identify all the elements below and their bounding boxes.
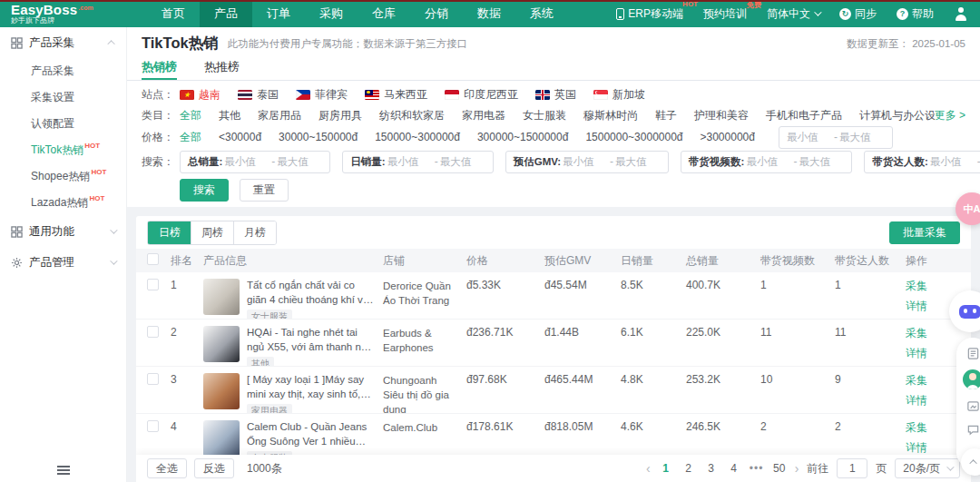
collapse-sidebar-icon[interactable] (57, 466, 70, 475)
price-min-input[interactable] (787, 132, 832, 143)
tab[interactable]: 热销榜 (142, 55, 177, 80)
site-option[interactable]: 印度尼西亚 (445, 87, 518, 103)
price-option[interactable]: 30000~150000đ (279, 131, 358, 143)
select-all-button[interactable]: 全选 (147, 458, 187, 478)
page-number[interactable]: 2 (681, 462, 696, 475)
site-option[interactable]: 泰国 (238, 87, 279, 103)
feedback-chat-icon[interactable] (965, 422, 980, 437)
product-title[interactable]: HQAi - Tai nghe nhét tai ngủ X55, với âm… (247, 326, 376, 354)
price-option[interactable]: 1500000~3000000đ (585, 131, 682, 143)
nav-item[interactable]: 数据 (463, 0, 515, 27)
logo[interactable]: EasyBoss.com 妙手旗下品牌 (0, 3, 136, 25)
price-option[interactable]: 150000~300000đ (375, 131, 460, 143)
sidebar-item[interactable]: TikTok热销 HOT (0, 137, 126, 163)
nav-item[interactable]: 首页 (147, 0, 200, 27)
category-option[interactable]: 鞋子 (655, 108, 677, 123)
nav-item[interactable]: 分销 (410, 0, 463, 27)
sort-option[interactable]: 预估GMV (269, 206, 315, 208)
shop-name[interactable]: Chungoanh Siêu thị đồ gia dụng (383, 373, 466, 414)
product-title[interactable]: Tất cổ ngắn chất vải co giãn 4 chiều tho… (247, 279, 376, 307)
sort-option[interactable]: 总销量 (332, 206, 365, 208)
sort-option[interactable]: 日销量 (180, 206, 212, 208)
row-checkbox[interactable] (147, 373, 159, 385)
shop-name[interactable]: Calem.Club (383, 420, 466, 435)
category-option[interactable]: 家用电器 (462, 108, 505, 123)
category-option[interactable]: 全部 (180, 108, 201, 123)
nav-item[interactable]: 采购 (305, 0, 358, 27)
page-number[interactable]: 3 (704, 462, 719, 475)
nav-item[interactable]: 订单 (252, 0, 305, 27)
min-input[interactable] (224, 156, 270, 167)
product-title[interactable]: Calem Club - Quần Jeans Ống Suông Ver 1 … (247, 420, 376, 448)
help-button[interactable]: ? 帮助 (897, 6, 934, 22)
row-checkbox[interactable] (147, 326, 159, 338)
page-number[interactable]: 4 (727, 462, 741, 475)
min-input[interactable] (746, 156, 791, 167)
sidebar-group-product-collect[interactable]: 产品采集 (0, 27, 126, 58)
rank-period-tab[interactable]: 周榜 (191, 221, 233, 244)
site-option[interactable]: 英国 (535, 87, 576, 103)
product-title[interactable]: [ Máy xay loại 1 ]Máy say mini xay thịt,… (247, 373, 376, 401)
sidebar-item[interactable]: Shopee热销 HOT (0, 163, 126, 190)
max-input[interactable] (277, 156, 322, 167)
price-option[interactable]: >3000000đ (701, 131, 755, 143)
product-image[interactable] (203, 326, 240, 362)
product-image[interactable] (203, 420, 240, 457)
sidebar-group-product-manage[interactable]: 产品管理 (0, 247, 126, 278)
form-icon[interactable] (965, 346, 980, 360)
collect-link[interactable]: 采集 (906, 279, 960, 294)
category-option[interactable]: 穆斯林时尚 (583, 108, 638, 123)
detail-link[interactable]: 详情 (906, 440, 960, 456)
next-page-arrow[interactable]: › (795, 462, 799, 475)
price-option[interactable]: <30000đ (219, 131, 261, 143)
page-number[interactable]: 1 (659, 462, 673, 475)
sync-button[interactable]: ↻ 同步 (839, 6, 877, 22)
collect-link[interactable]: 采集 (906, 326, 960, 341)
prev-page-arrow[interactable]: ‹ (646, 462, 651, 475)
category-option[interactable]: 家居用品 (258, 108, 301, 123)
invert-select-button[interactable]: 反选 (194, 458, 234, 478)
batch-collect-button[interactable]: 批量采集 (889, 221, 960, 244)
reset-button[interactable]: 重置 (240, 179, 289, 202)
erp-mobile-link[interactable]: ERP移动端 HOT (616, 6, 683, 22)
detail-link[interactable]: 详情 (906, 346, 960, 361)
support-avatar[interactable] (963, 369, 980, 389)
category-option[interactable]: 护理和美容 (694, 108, 749, 123)
sidebar-item[interactable]: Lazada热销 HOT (0, 190, 126, 216)
nav-item[interactable]: 仓库 (358, 0, 410, 27)
page-number[interactable]: ••• (750, 462, 764, 475)
language-selector[interactable]: 简体中文 (767, 6, 819, 22)
sidebar-item[interactable]: 采集设置 (0, 84, 126, 111)
search-button[interactable]: 搜索 (180, 179, 229, 202)
price-option[interactable]: 300000~1500000đ (477, 131, 568, 143)
product-image[interactable] (203, 279, 240, 315)
nav-item[interactable]: 系统 (515, 0, 568, 27)
nav-item[interactable]: 产品 (200, 0, 252, 27)
user-avatar-icon[interactable] (954, 7, 967, 21)
category-option[interactable]: 手机和电子产品 (766, 108, 842, 123)
max-input[interactable] (799, 156, 844, 167)
min-input[interactable] (563, 156, 608, 167)
sort-option[interactable]: 带货达人数 (454, 206, 508, 208)
category-option[interactable]: 计算机与办公设备 (859, 108, 935, 123)
category-option[interactable]: 女士服装 (523, 108, 566, 123)
sidebar-item[interactable]: 认领配置 (0, 111, 126, 137)
rank-period-tab[interactable]: 日榜 (148, 221, 191, 244)
sidebar-group-general[interactable]: 通用功能 (0, 216, 126, 247)
category-option[interactable]: 纺织和软家居 (379, 108, 445, 123)
site-option[interactable]: 菲律宾 (296, 87, 348, 103)
max-input[interactable] (615, 156, 661, 167)
row-checkbox[interactable] (147, 279, 159, 290)
page-size-select[interactable]: 20条/页 (895, 458, 960, 478)
row-checkbox[interactable] (147, 420, 159, 432)
min-input[interactable] (930, 156, 975, 167)
sidebar-item[interactable]: 产品采集 (0, 58, 126, 84)
page-number[interactable]: 50 (772, 462, 787, 475)
category-option[interactable]: 其他 (219, 108, 240, 123)
sort-option[interactable]: 价格 (230, 206, 251, 208)
select-all-checkbox[interactable] (147, 253, 159, 265)
tab[interactable]: 热推榜 (204, 55, 240, 80)
training-link[interactable]: 预约培训 免费 (703, 6, 747, 22)
detail-link[interactable]: 详情 (906, 393, 960, 408)
shop-name[interactable]: Earbuds & Earphones (383, 326, 466, 355)
